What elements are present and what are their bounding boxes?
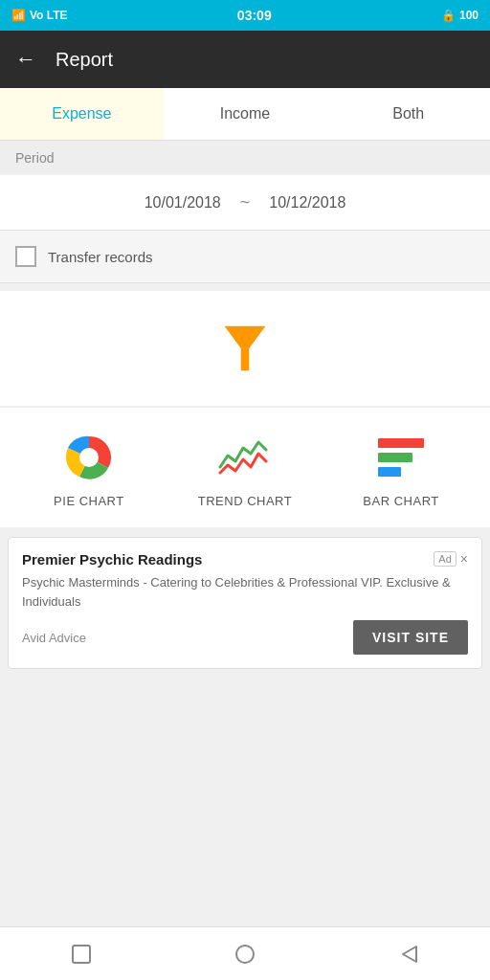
- period-section-header: Period: [0, 141, 490, 175]
- bar-chart-label: BAR CHART: [363, 494, 438, 508]
- ad-footer: Avid Advice VISIT SITE: [22, 620, 468, 655]
- filter-icon[interactable]: [216, 320, 274, 377]
- visit-site-button[interactable]: VISIT SITE: [353, 620, 468, 655]
- bar-chart-icon-container: [374, 431, 428, 484]
- trend-chart-label: TREND CHART: [198, 494, 292, 508]
- ad-badge: Ad ×: [434, 551, 468, 567]
- bottom-space: [0, 679, 490, 832]
- trend-chart-option[interactable]: TREND CHART: [198, 431, 292, 508]
- nav-back-button[interactable]: [395, 941, 422, 968]
- signal-icon: 📶: [11, 9, 26, 22]
- ad-header: Premier Psychic Readings Ad ×: [22, 551, 468, 568]
- pie-chart-label: PIE CHART: [54, 494, 124, 508]
- bar-chart-option[interactable]: BAR CHART: [363, 431, 439, 508]
- filter-area: [0, 291, 490, 406]
- ad-source: Avid Advice: [22, 631, 86, 645]
- svg-marker-0: [225, 326, 266, 370]
- transfer-records-checkbox[interactable]: [15, 246, 36, 267]
- pie-chart-icon-container: [62, 431, 116, 484]
- pie-chart-option[interactable]: PIE CHART: [51, 431, 127, 508]
- end-date[interactable]: 10/12/2018: [269, 194, 345, 212]
- start-date[interactable]: 10/01/2018: [145, 194, 221, 212]
- svg-point-6: [236, 946, 254, 963]
- ad-banner: Premier Psychic Readings Ad × Psychic Ma…: [8, 537, 482, 669]
- nav-home-button[interactable]: [68, 941, 95, 968]
- svg-marker-7: [403, 947, 416, 962]
- pie-chart-icon: [64, 433, 114, 482]
- transfer-records-label: Transfer records: [48, 249, 152, 265]
- circle-nav-icon: [234, 943, 256, 966]
- status-left: 📶 Vo LTE: [11, 9, 68, 22]
- triangle-nav-icon: [397, 943, 420, 966]
- page-title: Report: [56, 49, 113, 71]
- status-right: 🔒 100: [441, 9, 479, 22]
- transfer-records-row: Transfer records: [0, 230, 490, 283]
- trend-chart-icon: [218, 433, 272, 482]
- nav-circle-button[interactable]: [232, 941, 258, 968]
- tab-income[interactable]: Income: [164, 88, 327, 140]
- back-button[interactable]: ←: [15, 47, 36, 72]
- ad-label: Ad: [434, 551, 456, 567]
- tab-row: Expense Income Both: [0, 88, 490, 141]
- square-nav-icon: [70, 943, 93, 966]
- svg-rect-2: [378, 438, 424, 448]
- ad-body-text: Psychic Masterminds - Catering to Celebr…: [22, 573, 468, 611]
- tab-expense[interactable]: Expense: [0, 88, 164, 140]
- carrier-text: Vo LTE: [30, 9, 68, 22]
- trend-chart-icon-container: [218, 431, 272, 484]
- battery-text: 100: [459, 9, 479, 22]
- ad-title: Premier Psychic Readings: [22, 551, 202, 568]
- bottom-nav: [0, 926, 490, 980]
- svg-rect-4: [378, 467, 401, 477]
- status-bar: 📶 Vo LTE 03:09 🔒 100: [0, 0, 490, 31]
- svg-point-1: [79, 448, 99, 467]
- date-separator: ~: [240, 192, 251, 212]
- ad-close-button[interactable]: ×: [460, 551, 468, 567]
- svg-rect-3: [378, 453, 412, 462]
- svg-rect-5: [73, 946, 90, 963]
- bar-chart-icon: [376, 433, 426, 482]
- tab-both[interactable]: Both: [326, 88, 490, 140]
- status-time: 03:09: [237, 8, 272, 23]
- chart-options-row: PIE CHART TREND CHART BAR CHART: [0, 408, 490, 527]
- date-range-row: 10/01/2018 ~ 10/12/2018: [0, 175, 490, 230]
- header: ← Report: [0, 31, 490, 88]
- lock-icon: 🔒: [441, 9, 456, 22]
